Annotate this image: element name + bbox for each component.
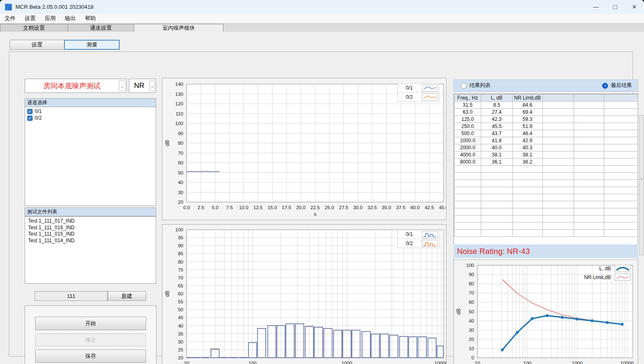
table-cell	[574, 102, 604, 109]
title-bar: MCR Beta 2.05.0.001 20230418 — ✕	[0, 0, 644, 14]
table-cell	[543, 109, 574, 116]
table-row[interactable]: 63.027.469.4	[454, 109, 639, 116]
noise-rating-banner: Noise Rating: NR-43	[454, 244, 638, 258]
results-col-header	[604, 95, 639, 102]
table-row-empty	[454, 230, 639, 237]
new-button[interactable]: 新建	[108, 291, 146, 301]
table-row[interactable]: 1000.041.842.9	[454, 137, 639, 144]
svg-text:22.5: 22.5	[310, 205, 320, 210]
menu-item-帮助[interactable]: 帮助	[80, 15, 100, 22]
test-file-list: Test 1_111_017_INDTest 1_111_016_INDTest…	[25, 216, 156, 284]
menu-item-设置[interactable]: 设置	[20, 15, 40, 22]
time-history-chart-panel: 0.02.55.07.510.012.515.017.520.022.525.0…	[162, 78, 446, 220]
test-file-item[interactable]: Test 1_111_017_IND	[25, 218, 156, 225]
svg-text:35: 35	[178, 331, 183, 336]
test-file-item[interactable]: Test 1_111_016_IND	[25, 225, 156, 231]
result-list-radio[interactable]: 结果列表	[461, 82, 490, 89]
nr-chart-panel: 010203040506070809010010100100010000HzdB…	[454, 259, 638, 364]
menu-item-输出[interactable]: 输出	[60, 15, 80, 22]
legend-entry-0/2: 0/2	[398, 92, 439, 101]
table-row[interactable]: 125.042.359.3	[454, 116, 639, 123]
last-result-radio[interactable]: 最后结果	[602, 82, 632, 89]
subtab-测量[interactable]: 测量	[64, 40, 120, 50]
app-window: MCR Beta 2.05.0.001 20230418 — ✕ 文件设置应用输…	[0, 0, 644, 364]
table-cell	[574, 109, 604, 116]
test-type-combobox[interactable]: 房间本底噪声测试 ⌄	[25, 79, 127, 93]
svg-text:30: 30	[178, 190, 183, 195]
table-cell: 45.5	[481, 123, 513, 130]
chevron-down-icon[interactable]: ⌄	[119, 80, 126, 91]
svg-text:dB: dB	[164, 140, 170, 146]
svg-text:17.5: 17.5	[282, 205, 291, 210]
table-row[interactable]: 2000.040.040.3	[454, 144, 639, 151]
channel-item-0/1[interactable]: ✔0/1	[25, 108, 156, 115]
table-cell: 59.3	[513, 116, 543, 123]
main-tab-bar: 文档设置通道设置室内噪声模块	[0, 23, 644, 32]
svg-text:s: s	[314, 211, 316, 217]
channel-label: 0/2	[35, 115, 42, 121]
table-cell	[574, 137, 604, 144]
window-title: MCR Beta 2.05.0.001 20230418	[15, 4, 93, 10]
svg-text:110: 110	[176, 111, 183, 116]
svg-text:37.5: 37.5	[396, 205, 405, 210]
menu-item-应用[interactable]: 应用	[40, 15, 60, 22]
rating-standard-combobox[interactable]: NR ⌄	[129, 79, 156, 93]
legend-entry-0/1: 0/1	[398, 230, 439, 239]
maximize-button[interactable]	[606, 0, 625, 14]
session-name-input[interactable]: 111	[35, 291, 108, 301]
table-row-empty	[454, 215, 639, 223]
table-cell: 38.1	[513, 151, 543, 159]
svg-text:45.0: 45.0	[439, 205, 446, 210]
checkbox-checked-icon[interactable]: ✔	[27, 115, 33, 121]
svg-text:1000: 1000	[572, 361, 582, 364]
table-row[interactable]: 4000.038.138.1	[454, 151, 639, 159]
close-button[interactable]: ✕	[625, 0, 644, 14]
tab-通道设置[interactable]: 通道设置	[67, 24, 134, 32]
tab-室内噪声模块[interactable]: 室内噪声模块	[134, 24, 223, 32]
table-row[interactable]: 250.045.551.9	[454, 123, 639, 130]
spectrum-chart-panel: 2025303540455055606570758085909510020100…	[162, 224, 446, 364]
test-file-item[interactable]: Test 1_111_015_IND	[25, 231, 156, 238]
page-content: 房间本底噪声测试 ⌄ NR ⌄ 通道选择 ✔0/1✔0/2 测试文件列表 Tes…	[0, 32, 644, 364]
svg-text:1000: 1000	[341, 361, 352, 364]
svg-text:20: 20	[184, 361, 190, 364]
minimize-button[interactable]: —	[586, 0, 606, 14]
svg-text:100: 100	[175, 121, 183, 126]
legend-label: 0/1	[398, 85, 421, 91]
svg-text:100: 100	[466, 263, 474, 268]
table-cell: 40.3	[513, 144, 543, 151]
chevron-down-icon[interactable]: ⌄	[149, 80, 155, 91]
start-button[interactable]: 开始	[35, 317, 146, 330]
table-cell: 63.0	[454, 109, 481, 116]
svg-text:70: 70	[178, 151, 183, 156]
channel-select-header: 通道选择	[25, 98, 156, 107]
menu-item-文件[interactable]: 文件	[0, 15, 20, 22]
svg-text:90: 90	[469, 272, 474, 277]
table-cell	[604, 116, 639, 123]
table-cell: 43.7	[481, 130, 513, 137]
table-row[interactable]: 31.58.584.6	[454, 102, 639, 109]
svg-text:10: 10	[469, 346, 474, 351]
table-row[interactable]: 500.043.746.4	[454, 130, 639, 137]
subtab-设置[interactable]: 设置	[10, 40, 64, 50]
test-type-value: 房间本底噪声测试	[25, 81, 119, 91]
test-file-list-header: 测试文件列表	[25, 208, 156, 216]
channel-item-0/2[interactable]: ✔0/2	[25, 115, 156, 121]
table-cell	[604, 109, 639, 116]
results-col-header: L, dB	[481, 95, 513, 102]
table-cell: 500.0	[454, 130, 481, 137]
save-button[interactable]: 保存	[35, 349, 146, 363]
svg-text:27.5: 27.5	[339, 205, 348, 210]
tab-文档设置[interactable]: 文档设置	[0, 24, 68, 32]
table-cell: 36.1	[481, 159, 513, 166]
radio-off-icon	[461, 83, 467, 89]
table-cell	[604, 144, 639, 151]
panel-collapse-splitter[interactable]: ‹	[639, 115, 644, 255]
table-cell: 8.5	[481, 102, 513, 109]
table-cell	[543, 116, 574, 123]
table-row[interactable]: 8000.036.136.2	[454, 159, 639, 166]
svg-text:25: 25	[178, 347, 183, 352]
svg-text:30: 30	[178, 339, 183, 344]
checkbox-checked-icon[interactable]: ✔	[27, 109, 33, 114]
test-file-item[interactable]: Test 1_111_014_IND	[25, 238, 156, 244]
